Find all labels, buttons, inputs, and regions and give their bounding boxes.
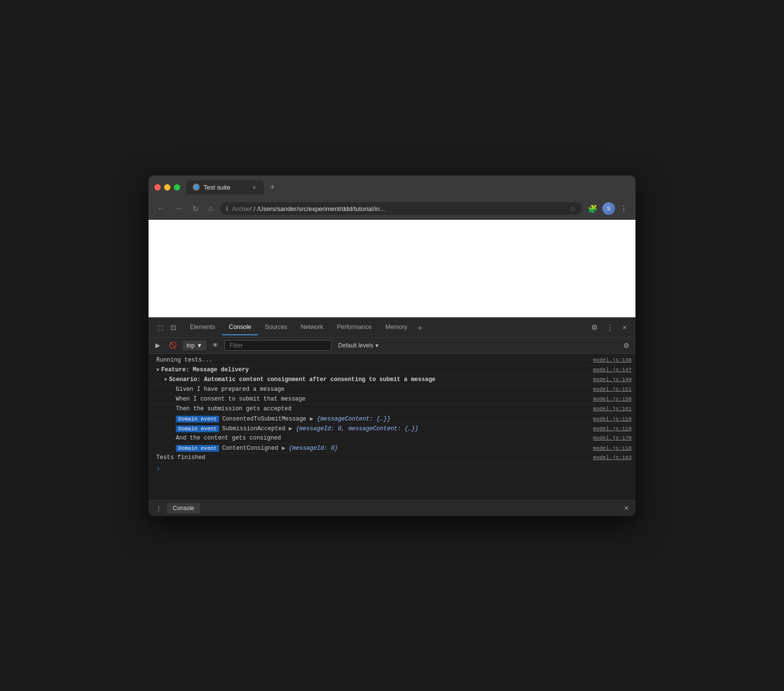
filter-input[interactable] [224, 340, 332, 351]
page-content [149, 220, 635, 317]
context-arrow: ▼ [197, 342, 203, 349]
browser-window: 🔷 Test suite × + ← → ↻ ⌂ ℹ Archief / /Us… [149, 175, 635, 516]
console-tab-label[interactable]: Console [167, 503, 200, 514]
devtools-actions: ⚙ ⋮ × [586, 321, 632, 334]
devtools-bottom-bar: ⋮ Console × [149, 500, 635, 516]
back-button[interactable]: ← [154, 203, 168, 214]
tab-memory[interactable]: Memory [378, 320, 414, 335]
address-path: /Users/sander/src/experiment/ddd/tutoria… [257, 205, 385, 212]
collapse-arrow[interactable]: ▼ [156, 367, 159, 373]
archive-label: Archief [232, 205, 252, 212]
nav-icons: 🧩 S ⋮ [586, 202, 630, 215]
address-text: Archief / /Users/sander/src/experiment/d… [232, 205, 566, 212]
console-line: Domain event ContentConsigned ▶ {message… [149, 443, 635, 453]
home-button[interactable]: ⌂ [205, 203, 216, 214]
console-prompt[interactable]: › [149, 463, 635, 475]
console-line: Then the submission gets accepted model.… [149, 404, 635, 414]
context-selector[interactable]: top ▼ [183, 341, 206, 350]
execute-button[interactable]: ▶ [152, 340, 163, 351]
tab-elements[interactable]: Elements [183, 320, 222, 335]
console-text: SubmissionAccepted ▶ {messageId: 0, mess… [222, 425, 593, 432]
nav-bar: ← → ↻ ⌂ ℹ Archief / /Users/sander/src/ex… [149, 198, 635, 220]
tab-network[interactable]: Network [294, 320, 330, 335]
source-link[interactable]: model.js:158 [593, 396, 632, 402]
bottom-bar-menu-button[interactable]: ⋮ [152, 502, 165, 514]
device-mode-button[interactable]: ⊡ [168, 322, 179, 333]
console-line: ▼ Scenario: Automatic content consignmen… [149, 375, 635, 385]
source-link[interactable]: model.js:138 [593, 357, 632, 363]
console-text: ConsentedToSubmitMessage ▶ {messageConte… [222, 415, 593, 422]
devtools-more-button[interactable]: ⋮ [603, 321, 616, 334]
context-label: top [187, 342, 195, 349]
console-line: Given I have prepared a message model.js… [149, 385, 635, 395]
collapse-arrow[interactable]: ▼ [164, 377, 167, 383]
bottom-bar-close-button[interactable]: × [621, 503, 632, 514]
source-link[interactable]: model.js:110 [593, 416, 632, 422]
console-line: ▼ Feature: Message delivery model.js:147 [149, 365, 635, 375]
console-line: Tests finished model.js:183 [149, 453, 635, 463]
source-link[interactable]: model.js:110 [593, 445, 632, 451]
more-tabs-button[interactable]: » [414, 320, 426, 335]
tab-favicon: 🔷 [193, 184, 200, 191]
inspector-button[interactable]: ⬚ [154, 322, 167, 333]
avatar[interactable]: S [602, 202, 615, 215]
domain-event-badge: Domain event [176, 425, 219, 432]
tabs-row: 🔷 Test suite × + [186, 180, 630, 194]
console-text: When I consent to submit that message [176, 396, 593, 403]
source-link[interactable]: model.js:183 [593, 455, 632, 461]
console-line: When I consent to submit that message mo… [149, 395, 635, 404]
tab-title: Test suite [204, 184, 247, 191]
info-icon: ℹ [226, 205, 228, 212]
address-bar[interactable]: ℹ Archief / /Users/sander/src/experiment… [220, 202, 582, 215]
close-traffic-light[interactable] [154, 184, 161, 191]
source-link[interactable]: model.js:161 [593, 406, 632, 412]
browser-tab-active[interactable]: 🔷 Test suite × [186, 180, 264, 194]
devtools-panel: ⬚ ⊡ Elements Console Sources Network Per… [149, 317, 635, 516]
console-text: Given I have prepared a message [176, 386, 593, 393]
console-toolbar: ▶ 🚫 top ▼ 👁 Default levels ▾ ⚙ [149, 338, 635, 354]
domain-event-badge: Domain event [176, 445, 219, 452]
tab-sources[interactable]: Sources [258, 320, 294, 335]
tab-performance[interactable]: Performance [330, 320, 379, 335]
console-text: Tests finished [156, 454, 593, 461]
bookmark-icon[interactable]: ☆ [570, 205, 576, 212]
domain-event-badge: Domain event [176, 416, 219, 422]
console-text: And the content gets consigned [176, 435, 593, 441]
levels-selector[interactable]: Default levels ▾ [335, 341, 382, 350]
prompt-symbol: › [156, 465, 160, 473]
console-line: And the content gets consigned model.js:… [149, 434, 635, 443]
reload-button[interactable]: ↻ [189, 203, 202, 215]
console-text: Scenario: Automatic content consignment … [169, 376, 593, 383]
tab-console[interactable]: Console [222, 320, 258, 335]
devtools-close-button[interactable]: × [619, 321, 630, 334]
tab-close-button[interactable]: × [251, 183, 257, 192]
console-settings-button[interactable]: ⚙ [621, 340, 632, 351]
console-text: Feature: Message delivery [161, 366, 593, 373]
source-link[interactable]: model.js:147 [593, 367, 632, 373]
source-link[interactable]: model.js:151 [593, 386, 632, 392]
minimize-traffic-light[interactable] [164, 184, 170, 191]
console-line: Domain event SubmissionAccepted ▶ {messa… [149, 424, 635, 434]
levels-label: Default levels [338, 342, 373, 349]
traffic-lights [154, 184, 180, 191]
console-text: ContentConsigned ▶ {messageId: 0} [222, 444, 593, 452]
forward-button[interactable]: → [172, 203, 186, 214]
clear-console-button[interactable]: 🚫 [166, 340, 180, 351]
source-link[interactable]: model.js:149 [593, 377, 632, 383]
console-output: Running tests... model.js:138 ▼ Feature:… [149, 354, 635, 500]
source-link[interactable]: model.js:110 [593, 426, 632, 432]
devtools-tab-bar: ⬚ ⊡ Elements Console Sources Network Per… [149, 318, 635, 338]
address-separator: / [254, 205, 257, 212]
maximize-traffic-light[interactable] [174, 184, 180, 191]
levels-arrow: ▾ [375, 342, 378, 349]
extensions-button[interactable]: 🧩 [586, 202, 599, 215]
source-link[interactable]: model.js:170 [593, 435, 632, 441]
more-menu-button[interactable]: ⋮ [618, 202, 630, 215]
eye-button[interactable]: 👁 [209, 340, 222, 351]
devtools-settings-button[interactable]: ⚙ [588, 321, 600, 334]
new-tab-button[interactable]: + [266, 180, 279, 194]
devtools-icon-group: ⬚ ⊡ [152, 318, 181, 337]
console-text: Running tests... [156, 357, 593, 364]
console-text: Then the submission gets accepted [176, 405, 593, 412]
console-line: Domain event ConsentedToSubmitMessage ▶ … [149, 414, 635, 424]
